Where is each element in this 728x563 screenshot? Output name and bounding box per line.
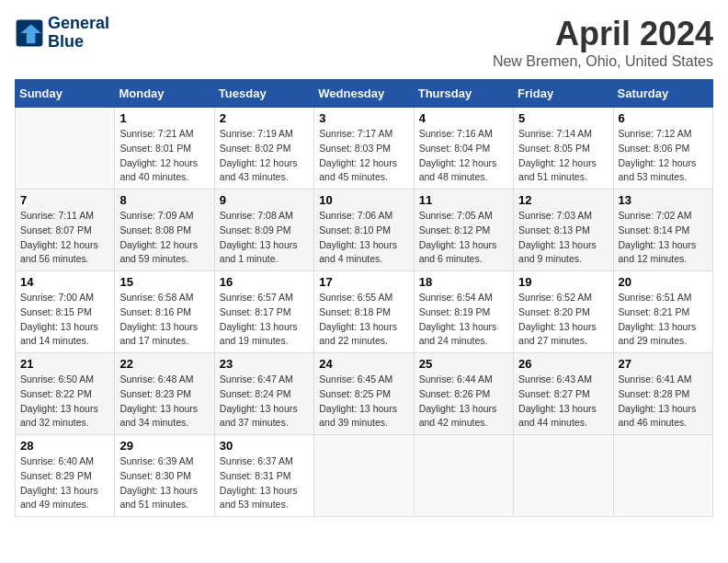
day-cell [16, 108, 115, 190]
day-info: Sunrise: 6:50 AMSunset: 8:22 PMDaylight:… [20, 373, 109, 431]
header-tuesday: Tuesday [214, 80, 313, 108]
day-info: Sunrise: 6:52 AMSunset: 8:20 PMDaylight:… [518, 291, 608, 349]
day-info: Sunrise: 7:06 AMSunset: 8:10 PMDaylight:… [319, 209, 408, 267]
header-monday: Monday [115, 80, 214, 108]
day-number: 23 [220, 357, 309, 371]
day-number: 14 [20, 275, 109, 289]
calendar-subtitle: New Bremen, Ohio, United States [493, 53, 713, 70]
day-info: Sunrise: 6:55 AMSunset: 8:18 PMDaylight:… [319, 291, 408, 349]
day-info: Sunrise: 7:03 AMSunset: 8:13 PMDaylight:… [518, 209, 608, 267]
day-cell [613, 435, 712, 517]
day-info: Sunrise: 6:44 AMSunset: 8:26 PMDaylight:… [419, 373, 508, 431]
day-cell: 26Sunrise: 6:43 AMSunset: 8:27 PMDayligh… [514, 353, 613, 435]
day-number: 25 [419, 357, 508, 371]
calendar-table: SundayMondayTuesdayWednesdayThursdayFrid… [15, 79, 713, 517]
day-cell: 6Sunrise: 7:12 AMSunset: 8:06 PMDaylight… [613, 108, 712, 190]
day-number: 21 [20, 357, 109, 371]
day-info: Sunrise: 7:00 AMSunset: 8:15 PMDaylight:… [20, 291, 109, 349]
day-cell: 28Sunrise: 6:40 AMSunset: 8:29 PMDayligh… [16, 435, 115, 517]
header-wednesday: Wednesday [314, 80, 414, 108]
day-info: Sunrise: 6:47 AMSunset: 8:24 PMDaylight:… [220, 373, 309, 431]
day-number: 13 [619, 193, 708, 207]
day-cell: 25Sunrise: 6:44 AMSunset: 8:26 PMDayligh… [414, 353, 513, 435]
day-cell: 5Sunrise: 7:14 AMSunset: 8:05 PMDaylight… [514, 108, 613, 190]
day-info: Sunrise: 6:54 AMSunset: 8:19 PMDaylight:… [419, 291, 508, 349]
day-cell [514, 435, 613, 517]
day-number: 3 [319, 111, 408, 125]
day-cell [314, 435, 414, 517]
day-info: Sunrise: 6:51 AMSunset: 8:21 PMDaylight:… [619, 291, 708, 349]
day-info: Sunrise: 7:21 AMSunset: 8:01 PMDaylight:… [119, 127, 209, 185]
day-cell: 18Sunrise: 6:54 AMSunset: 8:19 PMDayligh… [414, 271, 513, 353]
day-info: Sunrise: 7:11 AMSunset: 8:07 PMDaylight:… [20, 209, 109, 267]
header-friday: Friday [514, 80, 613, 108]
title-section: April 2024 New Bremen, Ohio, United Stat… [493, 15, 713, 70]
day-number: 18 [419, 275, 508, 289]
day-number: 19 [518, 275, 608, 289]
day-cell [414, 435, 513, 517]
day-number: 12 [518, 193, 608, 207]
day-cell: 15Sunrise: 6:58 AMSunset: 8:16 PMDayligh… [115, 271, 214, 353]
calendar-title: April 2024 [493, 15, 713, 53]
calendar-header-row: SundayMondayTuesdayWednesdayThursdayFrid… [16, 80, 713, 108]
day-cell: 27Sunrise: 6:41 AMSunset: 8:28 PMDayligh… [613, 353, 712, 435]
day-info: Sunrise: 6:43 AMSunset: 8:27 PMDaylight:… [518, 373, 608, 431]
day-info: Sunrise: 7:09 AMSunset: 8:08 PMDaylight:… [119, 209, 209, 267]
day-info: Sunrise: 6:57 AMSunset: 8:17 PMDaylight:… [220, 291, 309, 349]
logo: General Blue [15, 15, 109, 52]
day-number: 5 [518, 111, 608, 125]
day-cell: 1Sunrise: 7:21 AMSunset: 8:01 PMDaylight… [115, 108, 214, 190]
day-cell: 23Sunrise: 6:47 AMSunset: 8:24 PMDayligh… [214, 353, 313, 435]
day-cell: 17Sunrise: 6:55 AMSunset: 8:18 PMDayligh… [314, 271, 414, 353]
day-info: Sunrise: 6:48 AMSunset: 8:23 PMDaylight:… [119, 373, 209, 431]
day-number: 2 [220, 111, 309, 125]
day-number: 20 [619, 275, 708, 289]
day-info: Sunrise: 7:02 AMSunset: 8:14 PMDaylight:… [619, 209, 708, 267]
day-number: 1 [119, 111, 209, 125]
header: General Blue April 2024 New Bremen, Ohio… [15, 15, 713, 70]
day-info: Sunrise: 7:14 AMSunset: 8:05 PMDaylight:… [518, 127, 608, 185]
day-info: Sunrise: 6:41 AMSunset: 8:28 PMDaylight:… [619, 373, 708, 431]
day-info: Sunrise: 7:08 AMSunset: 8:09 PMDaylight:… [220, 209, 309, 267]
day-cell: 16Sunrise: 6:57 AMSunset: 8:17 PMDayligh… [214, 271, 313, 353]
day-number: 29 [119, 439, 209, 453]
day-number: 26 [518, 357, 608, 371]
day-info: Sunrise: 6:58 AMSunset: 8:16 PMDaylight:… [119, 291, 209, 349]
week-row-5: 28Sunrise: 6:40 AMSunset: 8:29 PMDayligh… [16, 435, 713, 517]
day-cell: 7Sunrise: 7:11 AMSunset: 8:07 PMDaylight… [16, 190, 115, 271]
day-info: Sunrise: 7:17 AMSunset: 8:03 PMDaylight:… [319, 127, 408, 185]
day-cell: 21Sunrise: 6:50 AMSunset: 8:22 PMDayligh… [16, 353, 115, 435]
day-number: 27 [619, 357, 708, 371]
day-cell: 19Sunrise: 6:52 AMSunset: 8:20 PMDayligh… [514, 271, 613, 353]
week-row-2: 7Sunrise: 7:11 AMSunset: 8:07 PMDaylight… [16, 190, 713, 271]
day-cell: 10Sunrise: 7:06 AMSunset: 8:10 PMDayligh… [314, 190, 414, 271]
day-cell: 29Sunrise: 6:39 AMSunset: 8:30 PMDayligh… [115, 435, 214, 517]
day-number: 10 [319, 193, 408, 207]
day-cell: 20Sunrise: 6:51 AMSunset: 8:21 PMDayligh… [613, 271, 712, 353]
day-number: 9 [220, 193, 309, 207]
day-cell: 14Sunrise: 7:00 AMSunset: 8:15 PMDayligh… [16, 271, 115, 353]
day-number: 6 [619, 111, 708, 125]
day-cell: 11Sunrise: 7:05 AMSunset: 8:12 PMDayligh… [414, 190, 513, 271]
day-cell: 24Sunrise: 6:45 AMSunset: 8:25 PMDayligh… [314, 353, 414, 435]
day-number: 7 [20, 193, 109, 207]
header-saturday: Saturday [613, 80, 712, 108]
day-cell: 12Sunrise: 7:03 AMSunset: 8:13 PMDayligh… [514, 190, 613, 271]
logo-text: General Blue [48, 15, 109, 52]
day-number: 15 [119, 275, 209, 289]
day-cell: 13Sunrise: 7:02 AMSunset: 8:14 PMDayligh… [613, 190, 712, 271]
day-info: Sunrise: 6:40 AMSunset: 8:29 PMDaylight:… [20, 454, 109, 512]
day-cell: 4Sunrise: 7:16 AMSunset: 8:04 PMDaylight… [414, 108, 513, 190]
day-cell: 3Sunrise: 7:17 AMSunset: 8:03 PMDaylight… [314, 108, 414, 190]
day-cell: 2Sunrise: 7:19 AMSunset: 8:02 PMDaylight… [214, 108, 313, 190]
day-number: 28 [20, 439, 109, 453]
day-cell: 8Sunrise: 7:09 AMSunset: 8:08 PMDaylight… [115, 190, 214, 271]
day-number: 16 [220, 275, 309, 289]
day-info: Sunrise: 7:16 AMSunset: 8:04 PMDaylight:… [419, 127, 508, 185]
week-row-1: 1Sunrise: 7:21 AMSunset: 8:01 PMDaylight… [16, 108, 713, 190]
day-info: Sunrise: 7:05 AMSunset: 8:12 PMDaylight:… [419, 209, 508, 267]
day-number: 4 [419, 111, 508, 125]
day-number: 8 [119, 193, 209, 207]
week-row-3: 14Sunrise: 7:00 AMSunset: 8:15 PMDayligh… [16, 271, 713, 353]
header-thursday: Thursday [414, 80, 513, 108]
